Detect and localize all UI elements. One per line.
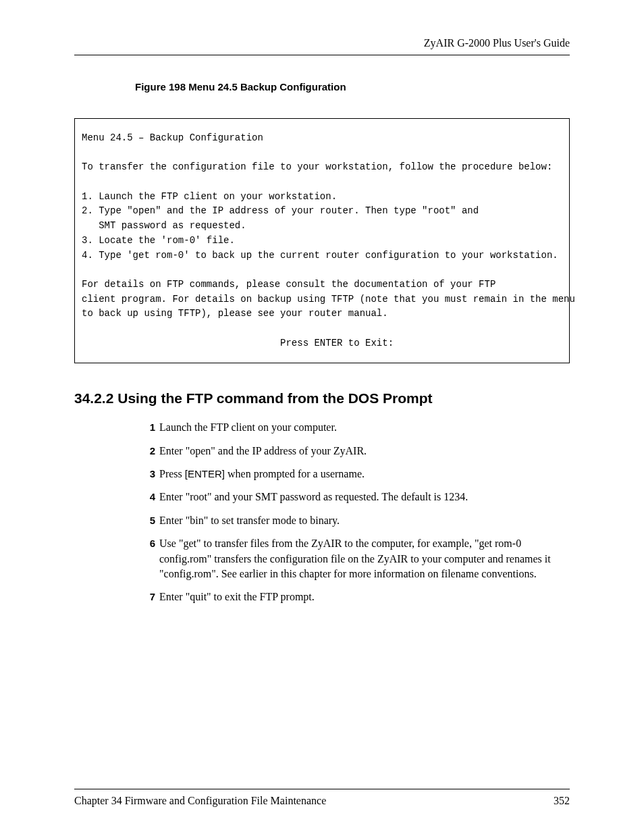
list-number: 7: [142, 590, 155, 604]
list-item: 1 Launch the FTP client on your computer…: [142, 420, 563, 435]
code-line: 4. Type 'get rom-0' to back up the curre…: [82, 250, 558, 261]
list-item: 4 Enter "root" and your SMT password as …: [142, 490, 563, 504]
list-number: 6: [142, 536, 155, 550]
code-line: SMT password as requested.: [82, 220, 246, 231]
list-number: 3: [142, 467, 155, 481]
text-fragment: when prompted for a username.: [225, 468, 365, 479]
enter-key-label: [ENTER]: [185, 468, 225, 479]
list-number: 5: [142, 513, 155, 527]
list-item: 2 Enter "open" and the IP address of you…: [142, 444, 563, 459]
list-text: Press [ENTER] when prompted for a userna…: [159, 467, 563, 481]
code-line: 2. Type "open" and the IP address of you…: [82, 205, 479, 216]
guide-title: ZyAIR G-2000 Plus User's Guide: [424, 37, 570, 49]
page-header: ZyAIR G-2000 Plus User's Guide: [74, 37, 570, 55]
code-box: Menu 24.5 – Backup Configuration To tran…: [74, 118, 570, 363]
list-number: 1: [142, 420, 155, 434]
footer-chapter: Chapter 34 Firmware and Configuration Fi…: [74, 795, 326, 807]
section-heading: 34.2.2 Using the FTP command from the DO…: [74, 390, 570, 407]
list-text: Use "get" to transfer files from the ZyA…: [159, 536, 563, 581]
page-footer: Chapter 34 Firmware and Configuration Fi…: [74, 789, 570, 807]
list-text: Enter "quit" to exit the FTP prompt.: [159, 590, 563, 604]
code-line: Menu 24.5 – Backup Configuration: [82, 132, 263, 143]
list-text: Enter "bin" to set transfer mode to bina…: [159, 513, 563, 528]
code-line: To transfer the configuration file to yo…: [82, 161, 552, 172]
list-item: 5 Enter "bin" to set transfer mode to bi…: [142, 513, 563, 528]
list-text: Enter "open" and the IP address of your …: [159, 444, 563, 459]
text-fragment: Press: [159, 468, 185, 479]
footer-page-number: 352: [554, 795, 570, 807]
code-line: to back up using TFTP), please see your …: [82, 308, 388, 319]
code-line: Press ENTER to Exit:: [82, 338, 394, 348]
list-item: 3 Press [ENTER] when prompted for a user…: [142, 467, 563, 481]
list-text: Launch the FTP client on your computer.: [159, 420, 563, 435]
code-line: 1. Launch the FTP client on your worksta…: [82, 191, 337, 202]
list-item: 6 Use "get" to transfer files from the Z…: [142, 536, 563, 581]
code-line: 3. Locate the 'rom-0' file.: [82, 235, 235, 246]
code-line: For details on FTP commands, please cons…: [82, 279, 495, 290]
figure-caption: Figure 198 Menu 24.5 Backup Configuratio…: [135, 81, 570, 93]
code-line: client program. For details on backup us…: [82, 294, 575, 305]
list-item: 7 Enter "quit" to exit the FTP prompt.: [142, 590, 563, 604]
list-number: 4: [142, 490, 155, 504]
list-text: Enter "root" and your SMT password as re…: [159, 490, 563, 504]
steps-list: 1 Launch the FTP client on your computer…: [142, 420, 563, 605]
list-number: 2: [142, 444, 155, 458]
